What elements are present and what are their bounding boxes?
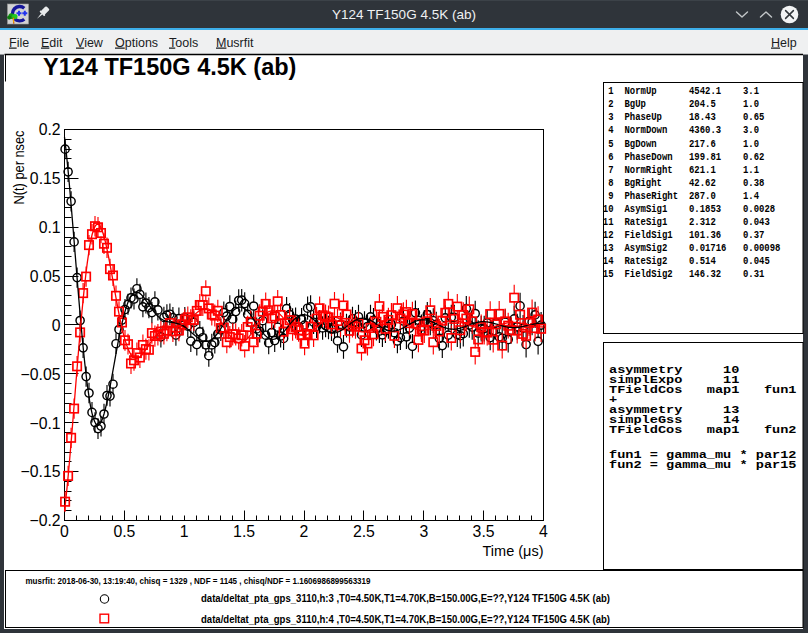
svg-text:0.1: 0.1 — [39, 219, 61, 236]
svg-text:AsymSig1: AsymSig1 — [625, 203, 668, 215]
svg-text:0.31: 0.31 — [743, 268, 765, 280]
svg-text:101.36: 101.36 — [689, 229, 721, 241]
svg-text:0: 0 — [60, 523, 69, 540]
svg-text:Y124 TF150G 4.5K (ab): Y124 TF150G 4.5K (ab) — [332, 7, 476, 22]
svg-text:4: 4 — [608, 124, 614, 136]
svg-text:BgRight: BgRight — [625, 177, 662, 189]
svg-text:Tools: Tools — [169, 36, 198, 50]
svg-text:data/deltat_pta_gps_3110,h:3 ,: data/deltat_pta_gps_3110,h:3 ,T0=4.50K,T… — [201, 593, 610, 604]
svg-text:0.01716: 0.01716 — [689, 242, 726, 254]
svg-text:File: File — [9, 36, 29, 50]
svg-text:1.0: 1.0 — [743, 98, 759, 110]
svg-text:287.0: 287.0 — [689, 190, 716, 202]
svg-text:1.4: 1.4 — [743, 190, 759, 202]
svg-text:0.62: 0.62 — [743, 151, 764, 163]
svg-text:−0.15: −0.15 — [21, 463, 61, 480]
svg-text:NormRight: NormRight — [625, 164, 673, 176]
svg-text:204.5: 204.5 — [689, 98, 716, 110]
svg-text:3.1: 3.1 — [743, 85, 759, 97]
svg-text:2.312: 2.312 — [689, 216, 716, 228]
svg-text:Y124 TF150G 4.5K (ab): Y124 TF150G 4.5K (ab) — [43, 54, 296, 80]
svg-text:217.6: 217.6 — [689, 138, 716, 150]
svg-text:musrfit: 2018-06-30, 13:19:40,: musrfit: 2018-06-30, 13:19:40, chisq = 1… — [26, 575, 371, 586]
svg-text:N(t) per nsec: N(t) per nsec — [10, 130, 27, 204]
svg-text:0.37: 0.37 — [743, 229, 764, 241]
svg-text:1: 1 — [608, 85, 614, 97]
svg-text:View: View — [76, 36, 104, 50]
svg-text:14: 14 — [603, 255, 614, 267]
svg-text:2.5: 2.5 — [353, 523, 375, 540]
svg-text:Help: Help — [771, 36, 797, 50]
svg-text:1.0: 1.0 — [743, 138, 759, 150]
svg-text:−0.05: −0.05 — [21, 366, 61, 383]
svg-text:0.2: 0.2 — [39, 121, 61, 138]
svg-text:0.045: 0.045 — [743, 255, 770, 267]
svg-text:3: 3 — [419, 523, 428, 540]
svg-text:1: 1 — [180, 523, 189, 540]
svg-text:FieldSig2: FieldSig2 — [625, 268, 673, 280]
svg-text:PhaseRight: PhaseRight — [625, 190, 679, 202]
svg-text:fun2 = gamma_mu * par15: fun2 = gamma_mu * par15 — [609, 459, 797, 471]
svg-text:0.5: 0.5 — [113, 523, 135, 540]
svg-text:4542.1: 4542.1 — [689, 85, 721, 97]
svg-text:−0.1: −0.1 — [29, 415, 60, 432]
svg-text:BgUp: BgUp — [625, 98, 647, 110]
svg-text:12: 12 — [603, 229, 614, 241]
svg-text:RateSig2: RateSig2 — [625, 255, 668, 267]
svg-text:TFieldCos map1 fun1: TFieldCos map1 fun1 — [609, 384, 797, 396]
svg-text:0.0028: 0.0028 — [743, 203, 775, 215]
svg-text:621.1: 621.1 — [689, 164, 716, 176]
svg-text:8: 8 — [608, 177, 614, 189]
svg-text:3.0: 3.0 — [743, 124, 759, 136]
svg-text:Options: Options — [115, 36, 158, 50]
svg-text:4: 4 — [539, 523, 548, 540]
svg-text:0.1853: 0.1853 — [689, 203, 721, 215]
svg-text:1.5: 1.5 — [233, 523, 255, 540]
svg-text:data/deltat_pta_gps_3110,h:4 ,: data/deltat_pta_gps_3110,h:4 ,T0=4.50K,T… — [201, 614, 610, 625]
svg-text:TFieldCos map1 fun2: TFieldCos map1 fun2 — [609, 424, 797, 436]
svg-text:3.5: 3.5 — [473, 523, 495, 540]
svg-text:0.00098: 0.00098 — [743, 242, 781, 254]
svg-text:11: 11 — [603, 216, 614, 228]
svg-text:18.43: 18.43 — [689, 111, 716, 123]
svg-text:NormUp: NormUp — [625, 85, 657, 97]
svg-text:146.32: 146.32 — [689, 268, 721, 280]
svg-text:13: 13 — [603, 242, 614, 254]
svg-text:0.043: 0.043 — [743, 216, 770, 228]
svg-text:AsymSig2: AsymSig2 — [625, 242, 668, 254]
svg-text:NormDown: NormDown — [625, 124, 668, 136]
svg-text:3: 3 — [608, 111, 614, 123]
svg-text:15: 15 — [603, 268, 614, 280]
svg-text:42.62: 42.62 — [689, 177, 716, 189]
svg-text:5: 5 — [608, 138, 614, 150]
svg-text:6: 6 — [608, 151, 613, 163]
svg-text:RateSig1: RateSig1 — [625, 216, 668, 228]
svg-text:0.15: 0.15 — [30, 170, 61, 187]
svg-text:1.1: 1.1 — [743, 164, 759, 176]
svg-text:10: 10 — [603, 203, 614, 215]
svg-text:Time (μs): Time (μs) — [483, 543, 544, 559]
svg-text:0.38: 0.38 — [743, 177, 765, 189]
svg-text:0.05: 0.05 — [30, 268, 61, 285]
svg-text:4360.3: 4360.3 — [689, 124, 721, 136]
svg-text:2: 2 — [608, 98, 613, 110]
svg-text:PhaseUp: PhaseUp — [625, 111, 663, 123]
svg-text:2: 2 — [300, 523, 309, 540]
svg-text:FieldSig1: FieldSig1 — [625, 229, 673, 241]
svg-text:Musrfit: Musrfit — [216, 36, 254, 50]
svg-text:PhaseDown: PhaseDown — [625, 151, 673, 163]
svg-text:BgDown: BgDown — [625, 138, 657, 150]
svg-text:0.514: 0.514 — [689, 255, 716, 267]
svg-text:0: 0 — [52, 317, 61, 334]
svg-text:−0.2: −0.2 — [29, 512, 60, 529]
svg-text:9: 9 — [608, 190, 613, 202]
svg-text:0.65: 0.65 — [743, 111, 765, 123]
svg-text:Edit: Edit — [41, 36, 63, 50]
svg-text:7: 7 — [608, 164, 613, 176]
svg-text:199.81: 199.81 — [689, 151, 721, 163]
